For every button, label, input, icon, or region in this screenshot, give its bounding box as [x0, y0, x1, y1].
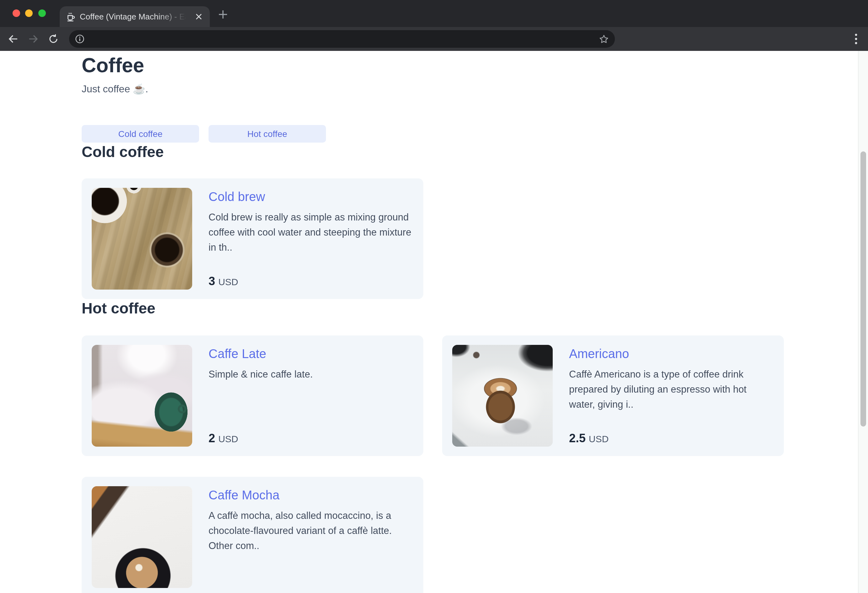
three-dots-icon: [855, 33, 857, 44]
page-subtitle: Just coffee ☕.: [82, 82, 785, 96]
page-viewport: Coffee Just coffee ☕. Cold coffee Hot co…: [0, 51, 868, 593]
section-heading-hot-coffee: Hot coffee: [82, 299, 785, 317]
browser-menu-button[interactable]: [848, 30, 864, 48]
browser-tab[interactable]: Coffee (Vintage Machine) - Eas: [60, 6, 210, 27]
browser-window: Coffee (Vintage Machine) - Eas: [0, 0, 868, 593]
caffe-late-photo: [92, 345, 192, 447]
page-scrollbar-track[interactable]: [858, 51, 868, 593]
hot-coffee-cards-row: Caffe Late Simple & nice caffe late. 2US…: [82, 336, 785, 456]
price-currency: USD: [589, 433, 608, 444]
coffee-mug-icon: [66, 12, 76, 22]
arrow-right-icon: [28, 33, 39, 44]
product-description: Caffè Americano is a type of coffee drin…: [569, 367, 774, 412]
hot-coffee-button[interactable]: Hot coffee: [208, 125, 326, 143]
product-description: A caffè mocha, also called mocaccino, is…: [208, 508, 413, 553]
traffic-light-zoom[interactable]: [38, 9, 46, 17]
product-description: Cold brew is really as simple as mixing …: [208, 210, 413, 255]
forward-button[interactable]: [24, 30, 43, 48]
back-button[interactable]: [4, 30, 23, 48]
product-title-link[interactable]: Americano: [569, 346, 774, 361]
card-body: Cold brew Cold brew is really as simple …: [208, 188, 413, 290]
page-content: Coffee Just coffee ☕. Cold coffee Hot co…: [0, 51, 785, 593]
reload-icon: [48, 33, 59, 44]
tab-close-icon[interactable]: [193, 12, 204, 22]
card-body: Caffe Late Simple & nice caffe late. 2US…: [208, 345, 413, 447]
product-card-caffe-late[interactable]: Caffe Late Simple & nice caffe late. 2US…: [82, 336, 423, 456]
page-scrollbar-thumb[interactable]: [861, 151, 866, 426]
product-description: Simple & nice caffe late.: [208, 367, 413, 382]
price-value: 2.5: [569, 432, 586, 445]
card-body: Caffe Mocha A caffè mocha, also called m…: [208, 486, 413, 588]
traffic-light-minimize[interactable]: [25, 9, 32, 17]
product-price: 3USD: [208, 275, 413, 290]
product-card-caffe-mocha[interactable]: Caffe Mocha A caffè mocha, also called m…: [82, 477, 423, 593]
price-value: 3: [208, 275, 215, 288]
address-bar[interactable]: [69, 30, 615, 48]
americano-photo: [452, 345, 553, 447]
price-value: 2: [208, 432, 215, 445]
product-price: 2USD: [208, 432, 413, 447]
new-tab-button[interactable]: [216, 7, 230, 22]
product-title-link[interactable]: Caffe Mocha: [208, 488, 413, 503]
cold-coffee-button[interactable]: Cold coffee: [82, 125, 199, 143]
caffe-mocha-photo: [92, 486, 192, 588]
site-info-icon[interactable]: [75, 34, 85, 44]
reload-button[interactable]: [44, 30, 63, 48]
traffic-light-close[interactable]: [13, 9, 20, 17]
browser-titlebar: Coffee (Vintage Machine) - Eas: [0, 0, 868, 27]
browser-toolbar: [0, 27, 868, 51]
arrow-left-icon: [7, 33, 19, 44]
product-price: 2.5USD: [569, 432, 774, 447]
cold-brew-photo: [92, 188, 192, 290]
product-title-link[interactable]: Caffe Late: [208, 346, 413, 361]
tab-title: Coffee (Vintage Machine) - Eas: [80, 12, 190, 21]
card-body: Americano Caffè Americano is a type of c…: [569, 345, 774, 447]
price-currency: USD: [218, 433, 238, 444]
price-currency: USD: [218, 277, 238, 287]
product-card-americano[interactable]: Americano Caffè Americano is a type of c…: [442, 336, 784, 456]
plus-icon: [218, 9, 228, 19]
product-title-link[interactable]: Cold brew: [208, 189, 413, 204]
category-filters: Cold coffee Hot coffee: [82, 125, 785, 143]
product-card-cold-brew[interactable]: Cold brew Cold brew is really as simple …: [82, 178, 423, 299]
page-title: Coffee: [82, 53, 785, 77]
bookmark-star-icon[interactable]: [599, 34, 609, 44]
section-heading-cold-coffee: Cold coffee: [82, 143, 785, 161]
